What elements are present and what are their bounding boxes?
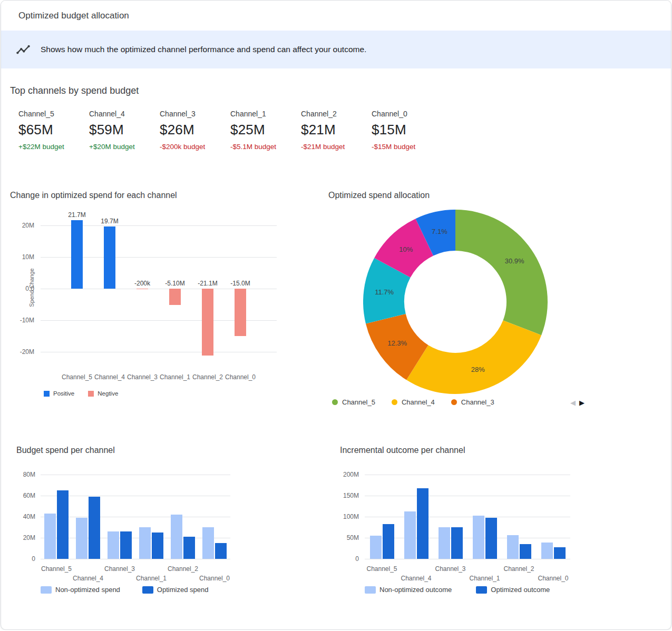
- x-axis-tick-label: Channel_5: [35, 565, 77, 573]
- spend-change-bar[interactable]: [235, 289, 246, 336]
- grouped-bar-optimized[interactable]: [554, 547, 566, 559]
- grouped-bar-optimized[interactable]: [183, 537, 195, 559]
- bar-value-label: -15.0M: [223, 280, 257, 287]
- grouped-bar-optimized[interactable]: [383, 524, 394, 559]
- bar-value-label: -21.1M: [191, 280, 225, 287]
- channel-budget-delta: -$21M budget: [301, 143, 372, 151]
- gridline: [365, 559, 570, 559]
- x-axis-tick-label: Channel_0: [532, 575, 574, 582]
- optimized-budget-allocation-panel: Optimized budget allocation Shows how mu…: [1, 0, 671, 630]
- chart-legend: Non-optimized outcomeOptimized outcome: [365, 586, 550, 594]
- y-axis-tick-label: 0.0: [25, 285, 34, 292]
- grouped-bar-optimized[interactable]: [152, 533, 163, 559]
- grouped-bar-optimized[interactable]: [215, 543, 227, 559]
- donut-svg: 30.9%28%12.3%11.7%10%7.1%: [363, 210, 548, 394]
- chart-legend: PositiveNegtive: [44, 390, 118, 397]
- grouped-bar-non-optimized[interactable]: [108, 531, 119, 559]
- channel-amount: $26M: [160, 122, 230, 138]
- x-axis-tick-label: Channel_0: [193, 575, 236, 582]
- legend-dot: [451, 399, 457, 405]
- legend-item[interactable]: Channel_3: [451, 398, 494, 406]
- donut-chart: 30.9%28%12.3%11.7%10%7.1%: [363, 210, 548, 394]
- info-banner: Shows how much the optimized channel per…: [1, 31, 671, 68]
- spend-change-bar[interactable]: [71, 220, 83, 289]
- gridline: [41, 475, 230, 475]
- legend-dot: [392, 399, 397, 405]
- incremental-outcome-chart: Incremental outcome per channel 050M100M…: [340, 446, 598, 604]
- channel-budget-delta: -$5.1M budget: [230, 143, 301, 151]
- spend-change-bar[interactable]: [202, 289, 213, 356]
- x-axis-tick-label: Channel_1: [464, 575, 506, 582]
- grouped-bar-non-optimized[interactable]: [171, 515, 182, 559]
- legend-item: Non-optimized spend: [41, 586, 120, 594]
- x-axis-tick-label: Channel_4: [67, 575, 109, 582]
- legend-prev-icon[interactable]: ◀: [570, 399, 576, 407]
- grouped-bar-optimized[interactable]: [89, 497, 100, 559]
- page-title: Optimized budget allocation: [18, 11, 129, 21]
- channel-name: Channel_4: [89, 110, 160, 118]
- y-axis-tick-label: 40M: [23, 513, 35, 520]
- grouped-bar-non-optimized[interactable]: [404, 511, 416, 559]
- y-axis-tick-label: 100M: [343, 513, 359, 520]
- top-channels-title: Top channels by spend budget: [10, 85, 139, 96]
- x-axis-tick-label: Channel_2: [498, 565, 540, 573]
- grouped-bar-optimized[interactable]: [485, 518, 497, 559]
- grouped-bar-non-optimized[interactable]: [44, 514, 56, 559]
- grouped-bar-optimized[interactable]: [451, 527, 463, 559]
- channel-amount: $25M: [230, 122, 301, 138]
- grouped-bar-optimized[interactable]: [120, 531, 132, 559]
- legend-dot: [332, 399, 338, 405]
- legend-label: Positive: [53, 390, 74, 397]
- spend-change-bar[interactable]: [104, 226, 115, 289]
- x-axis-tick-label: Channel_1: [130, 575, 172, 582]
- bar-value-label: 19.7M: [93, 218, 126, 225]
- channel-name: Channel_1: [230, 110, 301, 118]
- insights-trending-up-icon: [15, 42, 31, 57]
- legend-item[interactable]: Channel_4: [392, 398, 435, 406]
- spend-allocation-donut-chart: Optimized spend allocation 30.9%28%12.3%…: [328, 191, 593, 412]
- grouped-bar-non-optimized[interactable]: [507, 535, 519, 559]
- bar-value-label: 21.7M: [60, 211, 94, 219]
- plot-area: [41, 469, 230, 559]
- legend-next-icon[interactable]: ▶: [579, 399, 585, 407]
- plot-area: 21.7M19.7M-200k-5.10M-21.1M-15.0M: [41, 216, 277, 370]
- legend-item: Positive: [44, 390, 74, 397]
- grouped-bar-non-optimized[interactable]: [370, 536, 382, 559]
- x-axis: Channel_5Channel_4Channel_3Channel_1Chan…: [365, 561, 570, 583]
- channel-amount: $65M: [18, 122, 89, 138]
- grouped-bar-optimized[interactable]: [417, 488, 428, 559]
- y-axis-tick-label: 60M: [23, 492, 35, 499]
- gridline: [41, 559, 230, 559]
- y-axis-tick-label: -20M: [20, 348, 34, 356]
- gridline: [365, 538, 570, 538]
- grouped-bar-non-optimized[interactable]: [439, 527, 450, 559]
- x-axis-tick-label: Channel_2: [162, 565, 204, 573]
- chart-title-incremental-outcome: Incremental outcome per channel: [340, 446, 598, 455]
- x-axis-tick-label: Channel_3: [99, 565, 141, 573]
- grouped-bar-optimized[interactable]: [57, 490, 69, 559]
- y-axis: 020M40M60M80M: [16, 469, 37, 559]
- legend-swatch: [88, 391, 94, 397]
- grouped-bar-optimized[interactable]: [520, 544, 531, 559]
- y-axis-tick-label: 50M: [347, 534, 359, 541]
- legend-item[interactable]: Channel_5: [332, 398, 375, 406]
- channel-card: Channel_2$21M-$21M budget: [301, 110, 372, 151]
- spend-change-bar[interactable]: [169, 289, 181, 305]
- channel-budget-delta: +$20M budget: [89, 143, 160, 151]
- legend-swatch: [365, 586, 376, 594]
- spend-change-bar[interactable]: [137, 289, 148, 289]
- x-axis-tick-label: Channel_5: [61, 373, 93, 381]
- channel-amount: $21M: [301, 122, 372, 138]
- legend-label: Non-optimized spend: [55, 586, 120, 594]
- x-axis-tick-label: Channel_3: [126, 373, 159, 381]
- y-axis: 20M10M0.0-10M-20M: [10, 216, 36, 370]
- grouped-bar-non-optimized[interactable]: [139, 527, 151, 559]
- y-axis-tick-label: 20M: [23, 534, 35, 541]
- grouped-bar-non-optimized[interactable]: [541, 543, 553, 559]
- channel-name: Channel_2: [301, 110, 372, 118]
- grouped-bar-non-optimized[interactable]: [202, 527, 214, 559]
- donut-slice-Channel_5[interactable]: [455, 210, 548, 335]
- donut-slice-Channel_4[interactable]: [406, 320, 541, 394]
- grouped-bar-non-optimized[interactable]: [473, 516, 484, 559]
- grouped-bar-non-optimized[interactable]: [76, 518, 87, 559]
